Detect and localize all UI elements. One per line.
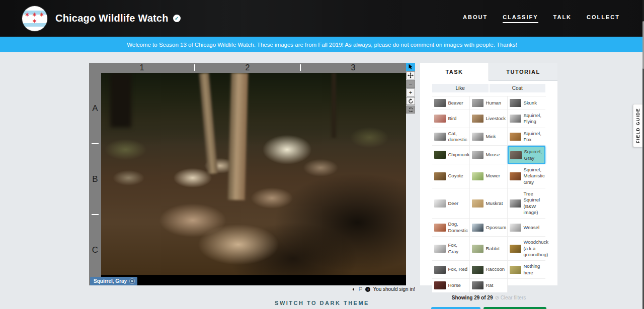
choice-coyote[interactable]: Coyote	[432, 164, 470, 188]
choice-thumbnail	[472, 133, 484, 141]
choice-mower[interactable]: Mower	[470, 164, 508, 188]
choice-label: Beaver	[448, 100, 463, 106]
choice-label: Nothing here	[524, 263, 544, 276]
done-and-talk-button[interactable]: Done & Talk	[431, 307, 480, 309]
choice-label: Mower	[486, 173, 501, 179]
choice-label: Squirrel, Flying	[524, 113, 544, 125]
rotate-button[interactable]	[406, 97, 415, 105]
choice-weasel[interactable]: Weasel	[508, 219, 545, 237]
choice-cat-domestic[interactable]: Cat, domestic	[432, 128, 470, 146]
project-title: Chicago Wildlife Watch	[55, 13, 169, 24]
choice-label: Opossum	[486, 225, 507, 231]
choice-label: Squirrel, Fox	[524, 131, 544, 143]
choice-muskrat[interactable]: Muskrat	[470, 188, 508, 219]
subject-viewer: 1 2 3 − + A B C	[89, 63, 415, 285]
project-logo-chicago-flag[interactable]: ✶ ✶ ✶ ✶	[22, 6, 47, 31]
choice-thumbnail	[510, 245, 521, 253]
choice-livestock[interactable]: Livestock	[470, 110, 508, 128]
choice-label: Fox, Gray	[448, 242, 468, 255]
choice-label: Weasel	[524, 225, 540, 231]
choice-thumbnail	[434, 245, 446, 253]
pointer-tool-button[interactable]	[406, 63, 415, 71]
zoom-in-button[interactable]: +	[406, 88, 415, 96]
choice-bird[interactable]: Bird	[432, 110, 470, 128]
pan-tool-button[interactable]	[406, 71, 415, 79]
choice-thumbnail	[472, 245, 484, 253]
choice-label: Muskrat	[486, 200, 503, 207]
choice-label: Raccoon	[486, 266, 505, 272]
choice-dog-domestic[interactable]: Dog, Domestic	[432, 219, 470, 237]
choice-squirrel-melanistic-gray[interactable]: Squirrel, Melanistic Gray	[508, 164, 545, 188]
choice-thumbnail	[472, 224, 484, 232]
choice-thumbnail	[434, 266, 446, 274]
choice-label: Coyote	[448, 173, 463, 179]
verified-badge-icon: ✓	[173, 15, 181, 22]
choice-woodchuck-a-k-a-groundhog[interactable]: Woodchuck (a.k.a groundhog)	[508, 237, 545, 261]
signin-note: You should sign in!	[373, 286, 415, 292]
choice-thumbnail	[510, 99, 521, 107]
choice-beaver[interactable]: Beaver	[432, 96, 470, 110]
done-button[interactable]: Done	[484, 307, 546, 309]
tree-trunk	[199, 73, 217, 174]
choice-nothing-here[interactable]: Nothing here	[508, 261, 545, 279]
tab-task[interactable]: TASK	[420, 63, 489, 81]
nav-collect[interactable]: COLLECT	[587, 14, 620, 23]
ruler-tick	[92, 143, 99, 144]
choice-thumbnail	[472, 266, 484, 274]
choice-thumbnail	[510, 172, 521, 180]
choice-thumbnail	[434, 99, 446, 107]
choice-mouse[interactable]: Mouse	[470, 146, 508, 164]
flag-icon[interactable]: ⚐	[358, 286, 363, 292]
choice-raccoon[interactable]: Raccoon	[470, 261, 508, 279]
column-label-3: 3	[300, 63, 406, 73]
contrast-icon[interactable]: ◐	[352, 286, 356, 292]
choice-thumbnail	[472, 151, 484, 159]
choice-label: Mink	[486, 134, 496, 140]
nav-classify[interactable]: CLASSIFY	[503, 14, 538, 23]
choice-chipmunk[interactable]: Chipmunk	[432, 146, 470, 164]
ruler-tick	[300, 64, 301, 71]
choice-fox-gray[interactable]: Fox, Gray	[432, 237, 470, 261]
choice-thumbnail	[510, 224, 521, 232]
choice-label: Rabbit	[486, 246, 500, 252]
choice-rabbit[interactable]: Rabbit	[470, 237, 508, 261]
choice-tree-squirrel-b-w-image[interactable]: Tree Squirrel (B&W image)	[508, 188, 545, 219]
tree-trunk	[332, 73, 336, 138]
choice-deer[interactable]: Deer	[432, 188, 470, 219]
choice-label: Human	[486, 100, 502, 106]
choice-mink[interactable]: Mink	[470, 128, 508, 146]
tab-tutorial[interactable]: TUTORIAL	[489, 63, 557, 81]
zoom-out-button[interactable]: −	[406, 80, 415, 88]
column-ruler: 1 2 3	[89, 63, 406, 73]
choice-label: Rat	[486, 282, 494, 288]
choice-thumbnail	[434, 115, 446, 123]
choice-squirrel-flying[interactable]: Squirrel, Flying	[508, 110, 545, 128]
tree-trunk	[110, 73, 131, 128]
choice-horse[interactable]: Horse	[432, 279, 470, 292]
choice-opossum[interactable]: Opossum	[470, 219, 508, 237]
choice-thumbnail	[434, 281, 446, 289]
choice-human[interactable]: Human	[470, 96, 508, 110]
nav-talk[interactable]: TALK	[553, 14, 572, 23]
choice-label: Squirrel, Melanistic Gray	[524, 167, 545, 185]
remove-annotation-icon[interactable]: ×	[129, 278, 135, 284]
info-icon[interactable]: i	[365, 287, 370, 292]
nav-about[interactable]: ABOUT	[463, 14, 488, 23]
choice-label: Mouse	[486, 152, 501, 158]
trail-camera-photo[interactable]	[101, 73, 406, 275]
choice-fox-red[interactable]: Fox, Red	[432, 261, 470, 279]
choice-thumbnail	[510, 199, 521, 208]
choice-rat[interactable]: Rat	[470, 279, 508, 292]
choice-squirrel-gray[interactable]: Squirrel, Gray	[508, 146, 545, 164]
filter-coat[interactable]: Coat	[490, 84, 546, 92]
choice-skunk[interactable]: Skunk	[508, 96, 545, 110]
field-guide-tab[interactable]: FIELD GUIDE	[633, 104, 642, 147]
ruler-tick	[92, 214, 99, 215]
annotation-tag[interactable]: Squirrel, Gray ×	[90, 277, 137, 285]
theme-toggle-link[interactable]: SWITCH TO DARK THEME	[0, 300, 644, 306]
filter-like[interactable]: Like	[432, 84, 489, 92]
choice-thumbnail	[434, 133, 446, 141]
reset-view-button[interactable]	[406, 106, 415, 114]
choice-label: Skunk	[524, 100, 537, 106]
choice-squirrel-fox[interactable]: Squirrel, Fox	[508, 128, 545, 146]
